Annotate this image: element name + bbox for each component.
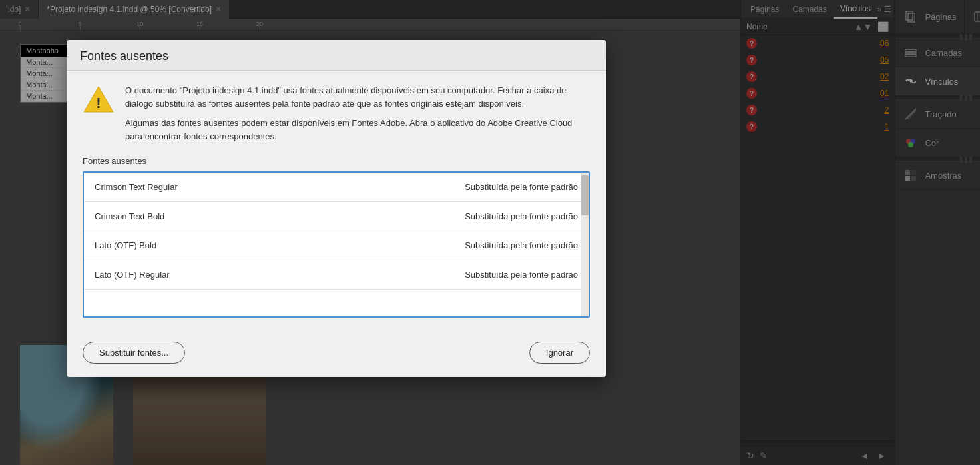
font-name-2: Crimson Text Bold xyxy=(95,211,465,221)
font-status-1: Substituída pela fonte padrão xyxy=(465,182,578,192)
font-status-3: Substituída pela fonte padrão xyxy=(465,240,578,250)
font-name-4: Lato (OTF) Regular xyxy=(95,270,465,280)
font-status-4: Substituída pela fonte padrão xyxy=(465,270,578,280)
modal-body: ! O documento "Projeto indesign 4.1.indd… xyxy=(67,71,606,331)
font-row-4[interactable]: Lato (OTF) Regular Substituída pela font… xyxy=(84,260,589,290)
missing-fonts-modal: Fontes ausentes ! O documento "Projeto i… xyxy=(67,40,606,377)
warning-text-1: O documento "Projeto indesign 4.1.indd" … xyxy=(125,84,590,110)
font-row-2[interactable]: Crimson Text Bold Substituída pela fonte… xyxy=(84,202,589,231)
font-status-2: Substituída pela fonte padrão xyxy=(465,211,578,221)
modal-title: Fontes ausentes xyxy=(80,49,168,63)
modal-title-bar: Fontes ausentes xyxy=(67,40,606,71)
fonts-scrollbar[interactable] xyxy=(581,173,589,316)
replace-fonts-button[interactable]: Substituir fontes... xyxy=(83,342,185,364)
font-name-1: Crimson Text Regular xyxy=(95,182,465,192)
modal-footer: Substituir fontes... Ignorar xyxy=(67,331,606,377)
ignore-button[interactable]: Ignorar xyxy=(529,342,590,364)
fonts-scrollbar-thumb[interactable] xyxy=(581,175,589,215)
font-name-3: Lato (OTF) Bold xyxy=(95,240,465,250)
missing-fonts-label: Fontes ausentes xyxy=(83,156,590,166)
svg-text:!: ! xyxy=(96,95,101,111)
warning-icon: ! xyxy=(83,85,115,113)
warning-text: O documento "Projeto indesign 4.1.indd" … xyxy=(125,84,590,143)
font-row-3[interactable]: Lato (OTF) Bold Substituída pela fonte p… xyxy=(84,231,589,260)
font-row-1[interactable]: Crimson Text Regular Substituída pela fo… xyxy=(84,173,589,202)
modal-overlay: Fontes ausentes ! O documento "Projeto i… xyxy=(0,0,980,465)
warning-text-2: Algumas das fontes ausentes podem estar … xyxy=(125,117,590,143)
fonts-table-container: Crimson Text Regular Substituída pela fo… xyxy=(83,171,590,318)
modal-warning-row: ! O documento "Projeto indesign 4.1.indd… xyxy=(83,84,590,143)
